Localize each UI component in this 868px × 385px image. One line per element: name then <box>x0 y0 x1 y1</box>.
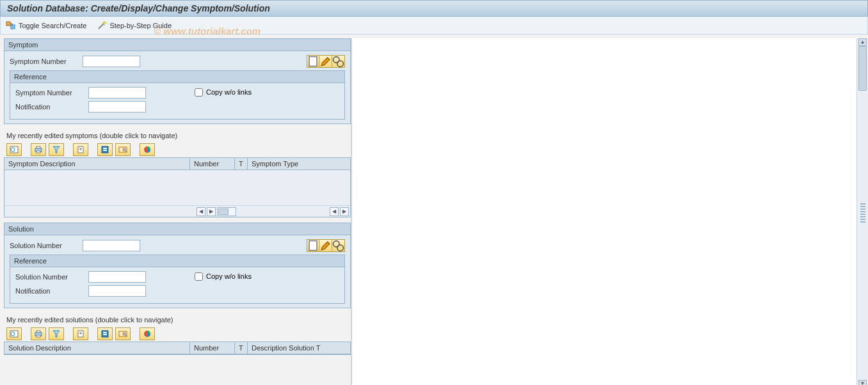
solution-ref-title: Reference <box>10 255 344 267</box>
col-solution-type[interactable]: Description Solution T <box>248 342 331 354</box>
svg-rect-25 <box>36 335 40 337</box>
filter-icon[interactable] <box>49 327 64 340</box>
symptom-alv-body <box>4 170 350 205</box>
symptom-alv-toolbar <box>4 142 351 157</box>
svg-point-5 <box>337 60 344 67</box>
solution-number-label: Solution Number <box>10 242 79 249</box>
search-icon[interactable] <box>115 143 131 156</box>
symptom-group: Symptom Symptom Number Reference <box>4 38 351 124</box>
symptom-alv-scroll: ◀ ▶ ◀ ▶ <box>4 205 350 217</box>
create-icon[interactable] <box>307 55 319 68</box>
solution-ref-number-input[interactable] <box>88 271 146 283</box>
scroll-up-icon[interactable]: ▲ <box>858 38 867 46</box>
layout-icon[interactable] <box>97 327 113 340</box>
svg-rect-9 <box>36 146 40 148</box>
graphic-icon[interactable] <box>140 327 155 340</box>
app-toolbar: Toggle Search/Create Step-by-Step Guide <box>0 17 868 35</box>
scroll-down-icon[interactable]: ▼ <box>858 380 867 385</box>
col-symptom-type[interactable]: Symptom Type <box>248 158 331 169</box>
right-panel: ▲ ▼ <box>351 38 868 385</box>
solution-ref-notif-label: Notification <box>15 287 84 295</box>
svg-point-20 <box>337 244 344 251</box>
col-symptom-number[interactable]: Number <box>190 158 235 169</box>
svg-rect-29 <box>103 334 107 335</box>
symptom-ref-notif-input[interactable] <box>88 101 146 113</box>
svg-rect-18 <box>309 241 317 251</box>
search-icon[interactable] <box>115 327 131 340</box>
svg-rect-14 <box>103 150 107 151</box>
symptom-ref-title: Reference <box>10 71 344 83</box>
edit-icon[interactable] <box>319 55 332 68</box>
wand-icon <box>97 20 107 31</box>
solution-ref-notif-input[interactable] <box>88 285 146 297</box>
symptom-recent-label: My recently edited symptoms (double clic… <box>4 128 351 142</box>
symptom-number-label: Symptom Number <box>10 58 79 65</box>
svg-rect-28 <box>103 332 107 333</box>
solution-alv-grid: Solution Description Number T Descriptio… <box>4 342 351 355</box>
export-icon[interactable] <box>73 327 88 340</box>
col-symptom-t[interactable]: T <box>235 158 248 169</box>
solution-group: Solution Solution Number Reference <box>4 223 351 308</box>
scroll-grip-icon[interactable] <box>860 203 865 223</box>
svg-rect-10 <box>36 151 40 153</box>
toggle-icon <box>6 20 16 31</box>
symptom-copy-checkbox[interactable] <box>195 88 203 97</box>
solution-recent-label: My recently edited solutions (double cli… <box>4 312 351 326</box>
toggle-search-create-button[interactable]: Toggle Search/Create <box>6 20 86 31</box>
print-icon[interactable] <box>31 327 46 340</box>
symptom-group-title: Symptom <box>4 39 350 51</box>
svg-rect-13 <box>103 148 107 149</box>
scroll-thumb[interactable] <box>858 46 867 91</box>
solution-copy-label: Copy w/o links <box>206 272 252 280</box>
solution-alv-toolbar <box>4 326 351 342</box>
scroll-right-icon[interactable]: ▶ <box>207 207 216 216</box>
col-solution-desc[interactable]: Solution Description <box>4 342 190 354</box>
step-guide-button[interactable]: Step-by-Step Guide <box>97 20 172 31</box>
solution-ref-number-label: Solution Number <box>15 273 84 281</box>
step-guide-label: Step-by-Step Guide <box>109 22 172 29</box>
create-icon[interactable] <box>307 239 319 252</box>
symptom-ref-notif-label: Notification <box>15 103 84 111</box>
col-symptom-desc[interactable]: Symptom Description <box>4 158 190 169</box>
svg-rect-21 <box>10 331 18 337</box>
svg-rect-3 <box>309 57 317 67</box>
scroll-left-icon[interactable]: ◀ <box>197 207 205 216</box>
symptom-copy-label: Copy w/o links <box>206 88 252 96</box>
details-icon[interactable] <box>6 327 22 340</box>
print-icon[interactable] <box>31 143 46 156</box>
solution-copy-checkbox[interactable] <box>195 272 203 281</box>
export-icon[interactable] <box>73 143 88 156</box>
toggle-label: Toggle Search/Create <box>19 22 86 29</box>
symptom-reference-group: Reference Symptom Number Notification <box>10 70 345 120</box>
solution-group-title: Solution <box>4 223 350 235</box>
display-icon[interactable] <box>332 239 345 252</box>
filter-icon[interactable] <box>49 143 64 156</box>
right-scrollbar[interactable]: ▲ ▼ <box>856 38 868 385</box>
solution-number-input[interactable] <box>83 240 140 251</box>
col-solution-number[interactable]: Number <box>190 342 235 354</box>
symptom-ref-number-label: Symptom Number <box>15 89 84 97</box>
page-title: Solution Database: Create/Display/Change… <box>0 0 868 17</box>
graphic-icon[interactable] <box>140 143 155 156</box>
display-icon[interactable] <box>332 55 345 68</box>
symptom-ref-number-input[interactable] <box>88 87 146 98</box>
svg-rect-1 <box>11 25 15 29</box>
solution-reference-group: Reference Solution Number Notification <box>10 255 345 304</box>
layout-icon[interactable] <box>97 143 113 156</box>
scroll-left2-icon[interactable]: ◀ <box>330 207 339 216</box>
symptom-alv-grid: Symptom Description Number T Symptom Typ… <box>4 157 351 217</box>
details-icon[interactable] <box>6 143 22 156</box>
scroll-right2-icon[interactable]: ▶ <box>340 207 349 216</box>
svg-rect-0 <box>6 22 10 26</box>
col-solution-t[interactable]: T <box>235 342 248 354</box>
edit-icon[interactable] <box>319 239 332 252</box>
svg-rect-6 <box>10 146 18 153</box>
svg-rect-24 <box>36 331 40 333</box>
symptom-number-input[interactable] <box>83 56 140 67</box>
